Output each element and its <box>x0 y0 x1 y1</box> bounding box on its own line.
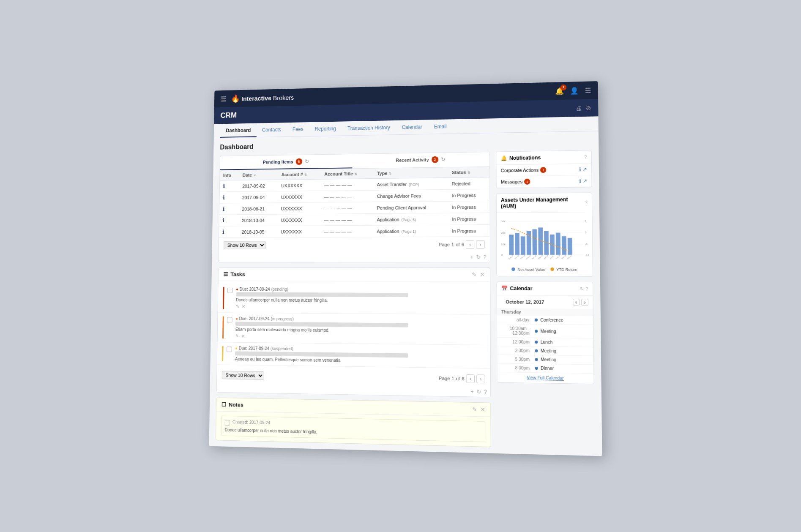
aum-help-icon[interactable]: ? <box>585 199 588 205</box>
calendar-month-nav: ‹ › <box>572 299 588 306</box>
task-list: ● Due: 2017-09-24 (pending) Donec ullamc… <box>217 281 490 371</box>
event-time: 8:00pm <box>501 365 532 370</box>
event-dot <box>534 330 537 333</box>
print-icon[interactable]: 🖨 <box>575 104 582 111</box>
task-delete-icon[interactable]: ✕ <box>241 304 245 309</box>
notes-label: Notes <box>228 401 243 408</box>
note-checkbox[interactable] <box>224 420 230 425</box>
task-edit-icon[interactable]: ✎ <box>235 333 239 338</box>
left-column: Pending Items 5 ↻ Recent Activity 2 ↻ <box>216 151 491 447</box>
row-info-icon[interactable]: ℹ <box>222 229 224 235</box>
table-row: ℹ 2018-08-21 UXXXXXX — — — — — Pending C… <box>219 201 489 215</box>
notification-bell-icon[interactable]: 🔔 1 <box>555 87 564 95</box>
col-date[interactable]: Date ▼ <box>239 169 278 180</box>
tab-reporting[interactable]: Reporting <box>309 121 342 136</box>
right-column: 🔔 Notifications ? Corporate Actions 1 ℹ … <box>496 150 595 450</box>
cal-prev-button[interactable]: ‹ <box>572 299 580 306</box>
task-checkbox[interactable] <box>227 287 233 293</box>
calendar-day-label: Thursday <box>497 308 593 316</box>
tasks-help-icon[interactable]: ? <box>484 388 487 395</box>
svg-text:-12: -12 <box>585 253 589 256</box>
tab-contacts[interactable]: Contacts <box>256 123 287 137</box>
top-nav-right: 🔔 1 👤 ☰ <box>555 86 591 95</box>
tab-transaction-history[interactable]: Transaction History <box>342 120 396 135</box>
cal-refresh-icon[interactable]: ↻ <box>580 286 584 291</box>
refresh-tasks-icon[interactable]: ↻ <box>476 388 481 395</box>
add-icon[interactable]: + <box>470 254 473 260</box>
refresh-icon[interactable]: ↻ <box>476 254 481 260</box>
row-info-icon[interactable]: ℹ <box>222 206 224 212</box>
pending-items-tab[interactable]: Pending Items 5 ↻ <box>220 154 352 170</box>
main-content: Dashboard Pending Items 5 ↻ Recent Activ… <box>209 131 602 456</box>
pending-refresh-icon[interactable]: ↻ <box>304 158 309 164</box>
calendar-event: 10:30am - 12:30pm Meeting <box>497 324 593 338</box>
tasks-page-next-button[interactable]: › <box>476 374 485 383</box>
menu-icon[interactable]: ☰ <box>585 86 591 94</box>
help-icon[interactable]: ? <box>483 254 486 260</box>
event-time: 5:30pm <box>501 357 532 362</box>
tab-dashboard[interactable]: Dashboard <box>220 123 256 137</box>
tasks-page-prev-button[interactable]: ‹ <box>466 374 475 383</box>
tab-email[interactable]: Email <box>428 119 452 134</box>
info-circle-icon[interactable]: ℹ <box>579 178 581 184</box>
col-status[interactable]: Status ⇅ <box>448 166 489 177</box>
tasks-edit-icon[interactable]: ✎ <box>472 271 476 278</box>
user-icon[interactable]: 👤 <box>570 86 579 94</box>
row-info-icon[interactable]: ℹ <box>222 217 224 224</box>
page-next-button[interactable]: › <box>476 240 484 248</box>
tab-calendar[interactable]: Calendar <box>396 120 428 134</box>
row-info-icon[interactable]: ℹ <box>223 183 225 189</box>
notifications-title: 🔔 Notifications <box>500 155 541 161</box>
show-rows-control[interactable]: Show 10 Rows Show 25 Rows Show 50 Rows <box>224 241 265 249</box>
col-title[interactable]: Account Title ⇅ <box>321 168 374 179</box>
row-title: — — — — — <box>320 225 373 237</box>
cal-next-button[interactable]: › <box>581 299 588 306</box>
svg-rect-22 <box>567 238 572 255</box>
recent-activity-tab[interactable]: Recent Activity 2 ↻ <box>352 152 489 168</box>
row-type: Change Advisor Fees <box>373 189 448 202</box>
tab-fees[interactable]: Fees <box>287 122 309 136</box>
table-row: ℹ 2018-10-05 UXXXXXX — — — — — Applicati… <box>219 224 490 237</box>
col-type[interactable]: Type ⇅ <box>373 167 448 178</box>
notes-edit-icon[interactable]: ✎ <box>472 406 477 413</box>
row-info-icon[interactable]: ℹ <box>223 194 225 201</box>
pending-badge: 5 <box>295 158 302 165</box>
svg-rect-17 <box>538 227 543 255</box>
col-account[interactable]: Account # ⇅ <box>278 169 321 180</box>
task-title-bar <box>235 322 408 327</box>
task-edit-icon[interactable]: ✎ <box>235 304 239 309</box>
info-circle-icon[interactable]: ℹ <box>579 166 581 172</box>
bell-icon: 🔔 <box>500 155 507 161</box>
pending-table: Info Date ▼ Account # ⇅ Account Title ⇅ … <box>219 166 490 237</box>
task-checkbox[interactable] <box>227 317 232 322</box>
recent-refresh-icon[interactable]: ↻ <box>440 156 445 162</box>
view-full-calendar-link[interactable]: View Full Calendar <box>497 372 593 384</box>
page-current: 1 <box>451 242 454 247</box>
event-dot <box>535 341 538 344</box>
pagination: Page 1 of 6 ‹ › <box>439 240 485 248</box>
svg-text:10k: 10k <box>501 243 506 246</box>
row-status: In Progress <box>448 213 489 225</box>
task-item: ● Due: 2017-09-24 (suspended) Aenean eu … <box>217 342 490 368</box>
task-priority-bar <box>222 316 224 338</box>
hamburger-menu[interactable]: ☰ <box>221 95 226 102</box>
add-task-icon[interactable]: + <box>470 388 474 395</box>
tasks-rows-per-page-select[interactable]: Show 10 Rows <box>221 371 264 379</box>
tasks-show-rows-control[interactable]: Show 10 Rows <box>221 371 264 379</box>
rows-per-page-select[interactable]: Show 10 Rows Show 25 Rows Show 50 Rows <box>224 241 265 249</box>
external-link-icon[interactable]: ↗ <box>582 178 587 184</box>
notifications-help-icon[interactable]: ? <box>584 154 587 159</box>
notifications-header: 🔔 Notifications ? <box>496 150 591 165</box>
corporate-actions-arrows[interactable]: ℹ ↗ <box>579 166 587 172</box>
dashboard-grid: Pending Items 5 ↻ Recent Activity 2 ↻ <box>216 150 595 450</box>
task-checkbox[interactable] <box>227 346 232 352</box>
page-prev-button[interactable]: ‹ <box>465 240 474 248</box>
notes-close-icon[interactable]: ✕ <box>480 406 485 413</box>
help-circle-icon[interactable]: ⊘ <box>586 104 591 111</box>
cal-help-icon[interactable]: ? <box>585 286 588 291</box>
notif-item-left: Corporate Actions 1 <box>500 167 546 173</box>
external-link-icon[interactable]: ↗ <box>582 166 587 172</box>
task-delete-icon[interactable]: ✕ <box>241 333 245 339</box>
tasks-close-icon[interactable]: ✕ <box>480 271 484 278</box>
messages-arrows[interactable]: ℹ ↗ <box>579 178 587 184</box>
